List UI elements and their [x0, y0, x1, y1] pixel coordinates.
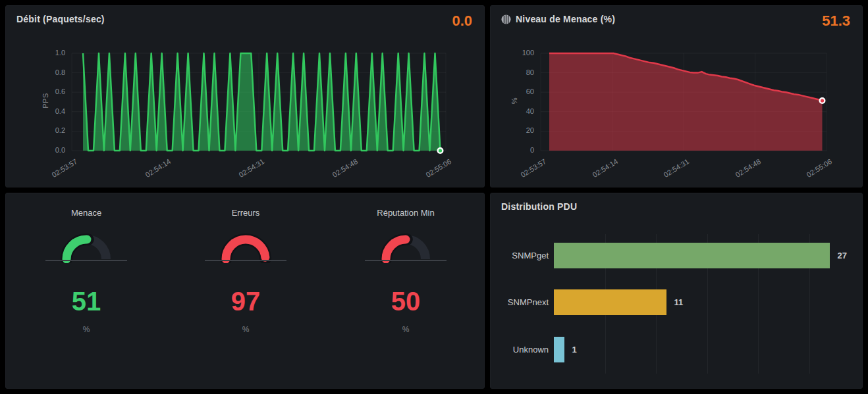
gauge-reputation-title: Réputation Min — [329, 208, 482, 218]
gauge-baseline — [205, 260, 286, 261]
panel-debit-header[interactable]: Débit (Paquets/sec) — [16, 14, 105, 24]
x-tick-label: 02:54:31 — [238, 157, 266, 179]
globe-icon — [501, 14, 511, 24]
gauge-reputation-min: Réputation Min 50 % — [329, 193, 482, 389]
gauge-baseline — [45, 260, 127, 261]
panel-gauges: Menace 51 % Erreurs 97 % Réputation Min … — [5, 193, 485, 389]
gauge-erreurs: Erreurs 97 % — [169, 193, 322, 389]
panel-threat-header[interactable]: Niveau de Menace (%) — [501, 14, 615, 24]
y-tick-label: 0.4 — [38, 107, 65, 115]
y-tick-label: 40 — [506, 107, 534, 115]
x-tick-label: 02:53:57 — [520, 157, 548, 179]
threat-chart-svg[interactable] — [541, 53, 827, 151]
y-tick-label: 0.6 — [38, 87, 65, 95]
panel-pdu-title[interactable]: Distribution PDU — [501, 201, 577, 212]
gauge-menace-value: 51 — [10, 287, 163, 316]
y-tick-label: 0.8 — [38, 68, 65, 76]
bar-unknown[interactable] — [554, 337, 564, 362]
debit-stat-value: 0.0 — [452, 12, 472, 30]
gauge-reputation-unit: % — [329, 325, 482, 334]
panel-pdu-header[interactable]: Distribution PDU — [501, 201, 577, 212]
bar-value-snmpget: 27 — [838, 251, 847, 260]
gauge-menace-title: Menace — [10, 208, 163, 218]
panel-threat-title[interactable]: Niveau de Menace (%) — [516, 14, 615, 24]
bar-label-unknown: Unknown — [491, 345, 549, 355]
gauge-menace: Menace 51 % — [10, 193, 163, 389]
x-tick-label: 02:55:06 — [425, 157, 453, 179]
bar-row-snmpget[interactable]: SNMPget 27 — [491, 243, 847, 268]
gauge-reputation-value: 50 — [329, 287, 482, 316]
panel-debit: Débit (Paquets/sec) 0.0 PPS 0.00.20.40.6… — [5, 5, 485, 187]
x-tick-label: 02:54:48 — [734, 157, 762, 179]
gauge-erreurs-value: 97 — [169, 287, 322, 316]
threat-stat-value: 51.3 — [822, 12, 850, 30]
bar-value-unknown: 1 — [572, 345, 577, 355]
panel-pdu: Distribution PDU SNMPget 27 SNMPnext 11 … — [490, 193, 863, 389]
y-tick-label: 1.0 — [38, 49, 65, 57]
gauge-erreurs-title: Erreurs — [169, 208, 322, 218]
bar-snmpnext[interactable] — [554, 289, 666, 315]
panel-debit-title[interactable]: Débit (Paquets/sec) — [16, 14, 105, 24]
gauge-erreurs-unit: % — [169, 325, 322, 334]
x-tick-label: 02:53:57 — [51, 157, 79, 179]
y-tick-label: 20 — [506, 126, 534, 134]
gauge-menace-unit: % — [10, 325, 163, 334]
y-tick-label: 60 — [506, 87, 534, 95]
dashboard: Débit (Paquets/sec) 0.0 PPS 0.00.20.40.6… — [0, 0, 868, 394]
bar-label-snmpget: SNMPget — [491, 251, 549, 260]
y-tick-label: 0.0 — [38, 146, 65, 154]
gauge-baseline — [365, 260, 447, 261]
bar-snmpget[interactable] — [554, 243, 830, 268]
x-tick-label: 02:54:14 — [591, 157, 619, 179]
bar-row-unknown[interactable]: Unknown 1 — [491, 337, 577, 362]
bar-value-snmpnext: 11 — [674, 297, 684, 307]
x-tick-label: 02:54:48 — [331, 157, 360, 179]
x-tick-label: 02:55:06 — [805, 157, 834, 179]
bar-row-snmpnext[interactable]: SNMPnext 11 — [491, 289, 683, 315]
y-tick-label: 0 — [506, 146, 534, 154]
y-tick-label: 100 — [506, 49, 534, 57]
x-tick-label: 02:54:14 — [144, 157, 173, 179]
x-tick-label: 02:54:31 — [663, 157, 691, 179]
bar-label-snmpnext: SNMPnext — [491, 297, 549, 307]
y-tick-label: 80 — [506, 68, 534, 76]
y-tick-label: 0.2 — [38, 126, 65, 134]
panel-threat: Niveau de Menace (%) 51.3 % 020406080100… — [490, 5, 863, 187]
debit-chart-svg[interactable] — [72, 53, 446, 151]
